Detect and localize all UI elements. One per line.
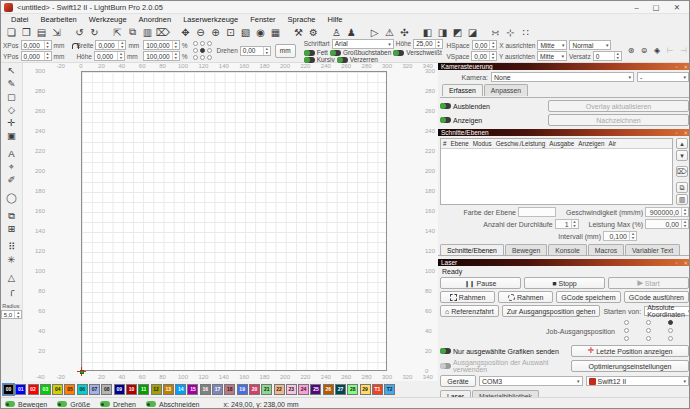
device-select[interactable]: Swift12 II bbox=[586, 376, 690, 386]
layers-list[interactable] bbox=[441, 149, 672, 199]
spinner-arrows-icon[interactable] bbox=[263, 47, 270, 55]
bold-toggle-icon[interactable] bbox=[304, 50, 315, 56]
distribute-h-icon[interactable]: ∺ bbox=[488, 25, 503, 39]
job-origin-radio[interactable] bbox=[646, 328, 651, 333]
copy-icon[interactable]: ⧉ bbox=[125, 25, 140, 39]
port-select[interactable]: COM3 bbox=[479, 376, 583, 386]
anchor-radio[interactable] bbox=[207, 48, 212, 53]
italic-toggle[interactable]: Kursiv bbox=[304, 56, 335, 63]
spinner-arrows-icon[interactable] bbox=[118, 41, 125, 49]
font-size-input[interactable]: 25,00 bbox=[413, 39, 442, 49]
layer-down-icon[interactable]: ▾ bbox=[676, 150, 688, 161]
stop-button[interactable]: ■Stopp bbox=[524, 277, 605, 289]
welded-toggle-icon[interactable] bbox=[393, 50, 404, 56]
minimize-button[interactable]: – bbox=[634, 3, 638, 12]
palette-swatch[interactable]: 22 bbox=[274, 384, 285, 395]
float-panel-icon[interactable]: ▫ bbox=[675, 260, 677, 266]
palette-swatch[interactable]: 25 bbox=[310, 384, 321, 395]
offset-tool-icon[interactable]: ▣ bbox=[4, 129, 20, 142]
power-input[interactable]: 0,00 bbox=[645, 219, 689, 229]
menu-item[interactable]: Fenster bbox=[244, 15, 281, 24]
devices-button[interactable]: Geräte bbox=[440, 375, 476, 387]
corner-radius-tool-icon[interactable]: ╭ bbox=[4, 284, 20, 297]
palette-swatch[interactable]: 23 bbox=[286, 384, 297, 395]
layer-paste-icon[interactable]: ▥ bbox=[676, 194, 688, 205]
palette-swatch[interactable]: T1 bbox=[372, 384, 383, 395]
focus-icon[interactable]: ♟ bbox=[344, 25, 359, 39]
palette-swatch[interactable]: 07 bbox=[89, 384, 100, 395]
zoom-frame-icon[interactable]: ⊡ bbox=[223, 25, 238, 39]
layer-copy-icon[interactable]: ⧉ bbox=[676, 182, 688, 193]
edit-nodes-tool-icon[interactable]: ✛ bbox=[4, 116, 20, 129]
spinner-arrows-icon[interactable] bbox=[629, 232, 636, 240]
camera-show-toggle[interactable]: Anzeigen bbox=[440, 117, 545, 124]
palette-swatch[interactable]: 26 bbox=[323, 384, 334, 395]
auto-weld-icon[interactable]: ⊜ bbox=[639, 44, 650, 58]
device-settings-icon[interactable]: ⚒ bbox=[291, 25, 306, 39]
palette-swatch[interactable]: 20 bbox=[249, 384, 260, 395]
palette-swatch[interactable]: 16 bbox=[200, 384, 211, 395]
italic-toggle-icon[interactable] bbox=[304, 57, 315, 63]
pause-button[interactable]: ❙❙Pause bbox=[440, 277, 521, 289]
palette-swatch[interactable]: 29 bbox=[360, 384, 371, 395]
adjust-image-icon[interactable]: ✣ bbox=[397, 25, 412, 39]
spinner-arrows-icon[interactable] bbox=[489, 41, 496, 49]
speed-input[interactable]: 900000,0 bbox=[645, 207, 689, 217]
ypos-input[interactable]: 0,000 bbox=[21, 51, 52, 61]
spinner-arrows-icon[interactable] bbox=[172, 41, 179, 49]
close-button[interactable]: ✕ bbox=[674, 3, 680, 12]
shape-tool-icon[interactable]: △ bbox=[4, 271, 20, 284]
spinner-arrows-icon[interactable] bbox=[435, 40, 442, 48]
camera-hide-toggle-icon[interactable] bbox=[440, 103, 451, 109]
height-input[interactable]: 0,000 bbox=[94, 51, 125, 61]
zoom-in-icon[interactable]: ⊕ bbox=[208, 25, 223, 39]
job-origin-radio[interactable] bbox=[646, 320, 651, 325]
distort-toggle[interactable]: Verzerren bbox=[337, 56, 378, 63]
save-file-icon[interactable]: ▤ bbox=[34, 25, 49, 39]
align-left-icon[interactable]: ⊢ bbox=[665, 44, 676, 58]
menu-item[interactable]: Werkzeuge bbox=[83, 15, 133, 24]
palette-swatch[interactable]: 17 bbox=[212, 384, 223, 395]
settings-icon[interactable]: ⚙ bbox=[306, 25, 321, 39]
uppercase-toggle[interactable]: Großbuchstaben bbox=[330, 49, 391, 56]
rotary-setup-icon[interactable]: ♙ bbox=[329, 25, 344, 39]
spinner-arrows-icon[interactable] bbox=[44, 41, 51, 49]
anchor-radio[interactable] bbox=[200, 48, 205, 53]
yalign-select[interactable]: Mitte bbox=[537, 51, 567, 61]
rectangle-tool-icon[interactable]: ▢ bbox=[4, 90, 20, 103]
print-icon[interactable]: ◈ bbox=[652, 44, 663, 58]
palette-swatch[interactable]: 14 bbox=[175, 384, 186, 395]
camera-show-toggle-icon[interactable] bbox=[440, 117, 451, 123]
menu-item[interactable]: Hilfe bbox=[322, 15, 349, 24]
paste-icon[interactable]: ▥ bbox=[140, 25, 155, 39]
spinner-arrows-icon[interactable] bbox=[44, 52, 51, 60]
select-tool-icon[interactable]: ↖ bbox=[4, 64, 20, 77]
distort-toggle-icon[interactable] bbox=[337, 57, 348, 63]
run-gcode-button[interactable]: GCode ausführen bbox=[624, 291, 689, 303]
position-laser-tool-icon[interactable]: ⌖ bbox=[4, 160, 20, 173]
close-panel-icon[interactable]: ✕ bbox=[683, 260, 688, 266]
distribute-v-icon[interactable]: ⊹ bbox=[503, 25, 518, 39]
offset-input[interactable]: 0 bbox=[593, 51, 622, 61]
frame-circle-button[interactable]: Rahmen bbox=[498, 291, 553, 303]
workspace-grid[interactable] bbox=[81, 71, 387, 371]
palette-swatch[interactable]: 21 bbox=[261, 384, 272, 395]
anchor-radio[interactable] bbox=[193, 41, 198, 46]
align-right-icon[interactable]: ⊣ bbox=[678, 44, 689, 58]
palette-swatch[interactable]: 24 bbox=[298, 384, 309, 395]
menu-item[interactable]: Datei bbox=[5, 15, 35, 24]
palette-swatch[interactable]: 09 bbox=[114, 384, 125, 395]
palette-swatch[interactable]: 15 bbox=[187, 384, 198, 395]
menu-item[interactable]: Anordnen bbox=[133, 15, 178, 24]
ellipse-tool-icon[interactable]: ◯ bbox=[4, 191, 20, 204]
maximize-button[interactable]: ▢ bbox=[653, 3, 660, 12]
palette-swatch[interactable]: 27 bbox=[335, 384, 346, 395]
bold-toggle[interactable]: Fett bbox=[304, 49, 328, 56]
export-image-icon[interactable]: ⇱ bbox=[110, 25, 125, 39]
show-last-position-button[interactable]: ✛Letzte Position anzeigen bbox=[571, 345, 689, 357]
spinner-arrows-icon[interactable] bbox=[172, 52, 179, 60]
dock-bottom-icon[interactable]: ◪ bbox=[465, 25, 480, 39]
selected-graphics-toggle-icon[interactable] bbox=[440, 348, 451, 354]
palette-swatch[interactable]: 04 bbox=[52, 384, 63, 395]
rotate-input[interactable]: 0,00 bbox=[240, 46, 271, 56]
